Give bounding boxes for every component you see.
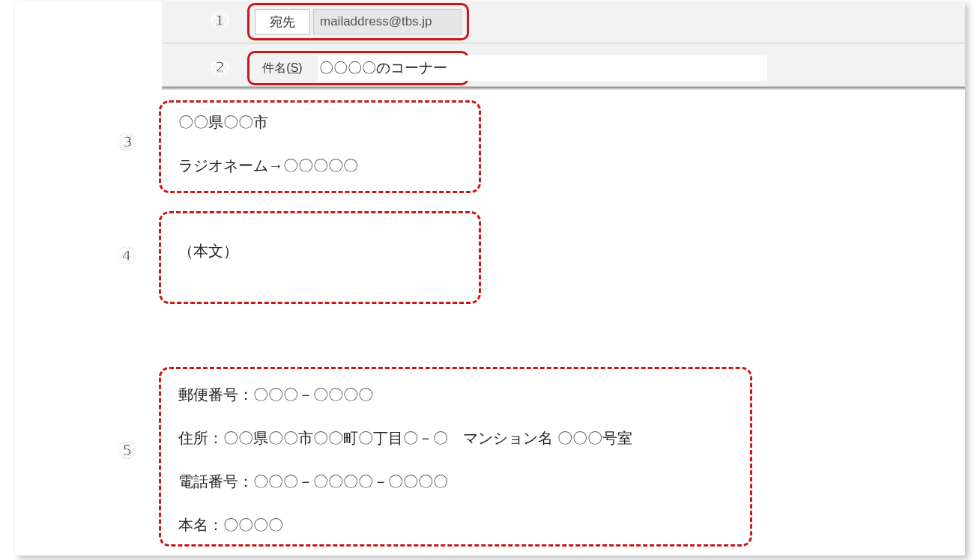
header-divider bbox=[162, 87, 965, 90]
to-address-text: mailaddress@tbs.jp bbox=[320, 14, 432, 29]
section5-line1: 郵便番号：〇〇〇－〇〇〇〇 bbox=[178, 385, 373, 405]
section3-line2: ラジオネーム→〇〇〇〇〇 bbox=[178, 156, 358, 176]
to-address-chip[interactable]: mailaddress@tbs.jp bbox=[313, 9, 462, 34]
to-button[interactable]: 宛先 bbox=[255, 9, 310, 34]
subject-label-post: ) bbox=[298, 61, 302, 75]
subject-label-key: S bbox=[291, 61, 299, 75]
subject-input[interactable] bbox=[318, 55, 767, 81]
annotation-number-3: ③ bbox=[117, 129, 137, 155]
annotation-number-1: ① bbox=[210, 7, 230, 34]
annotation-number-5: ⑤ bbox=[117, 437, 137, 463]
subject-label-pre: 件名( bbox=[262, 61, 290, 76]
annotation-number-4: ④ bbox=[117, 243, 137, 269]
section3-line1: 〇〇県〇〇市 bbox=[178, 112, 268, 133]
section5-line2: 住所：〇〇県〇〇市〇〇町〇丁目〇－〇 マンション名 〇〇〇号室 bbox=[178, 428, 632, 448]
section5-line3: 電話番号：〇〇〇－〇〇〇〇－〇〇〇〇 bbox=[178, 472, 448, 492]
to-label-text: 宛先 bbox=[270, 13, 295, 31]
annotation-number-2: ② bbox=[210, 54, 230, 80]
subject-label: 件名(S) bbox=[255, 55, 310, 81]
document-frame: ① ② ③ ④ ⑤ 宛先 mailaddress@tbs.jp 件名(S) 〇〇… bbox=[15, 1, 965, 556]
section4-line1: （本文） bbox=[178, 241, 238, 261]
section5-line4: 本名：〇〇〇〇 bbox=[178, 515, 283, 535]
